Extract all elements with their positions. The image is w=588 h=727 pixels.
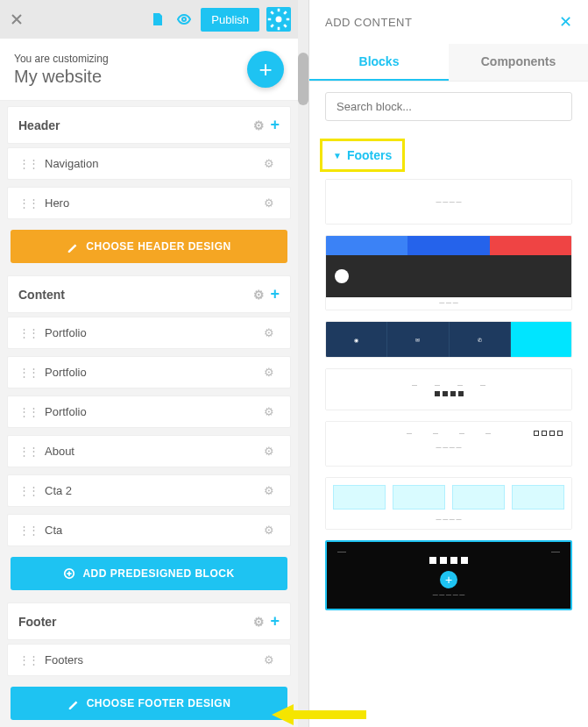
choose-footer-design-button[interactable]: CHOOSE FOOTER DESIGN [11,687,287,720]
gear-icon[interactable]: ⚙ [264,653,274,666]
block-item[interactable]: ⋮⋮Navigation⚙ [7,147,291,180]
close-icon[interactable] [7,10,26,29]
drag-handle-icon[interactable]: ⋮⋮ [18,524,38,537]
preview-eye-icon[interactable] [174,10,194,29]
footer-template-3[interactable]: ◉✉✆ [325,321,572,358]
tab-blocks[interactable]: Blocks [309,44,449,81]
section-title: Footer [18,615,57,629]
block-label: Footers [45,653,83,666]
drag-handle-icon[interactable]: ⋮⋮ [18,445,38,458]
customizer-header: You are customizing My website + [0,39,298,101]
svg-point-1 [276,17,282,23]
gear-icon[interactable]: ⚙ [264,196,274,210]
gear-icon[interactable]: ⚙ [264,484,274,497]
drag-handle-icon[interactable]: ⋮⋮ [18,484,38,497]
gear-icon[interactable]: ⚙ [264,524,274,537]
file-icon[interactable] [148,10,167,29]
drag-handle-icon[interactable]: ⋮⋮ [18,196,38,210]
drag-handle-icon[interactable]: ⋮⋮ [18,326,38,339]
button-label: ADD PREDESIGNED BLOCK [82,567,234,580]
gear-icon[interactable]: ⚙ [253,118,265,132]
block-item[interactable]: ⋮⋮Hero⚙ [7,187,291,219]
footer-template-7-selected[interactable]: ————+— — — — — [325,540,572,610]
gear-icon[interactable]: ⚙ [253,615,265,629]
block-label: Hero [45,196,69,210]
category-footers[interactable]: ▼Footers [320,139,405,172]
block-label: About [45,445,74,458]
section-header[interactable]: Header ⚙ + [8,107,290,143]
scrollbar[interactable] [298,0,308,727]
drag-handle-icon[interactable]: ⋮⋮ [18,366,38,379]
drag-handle-icon[interactable]: ⋮⋮ [18,653,38,666]
footer-template-2[interactable]: — — — [325,235,572,310]
gear-icon[interactable]: ⚙ [264,366,274,379]
publish-button[interactable]: Publish [201,8,259,32]
block-label: Portfolio [45,366,87,379]
choose-header-design-button[interactable]: CHOOSE HEADER DESIGN [11,230,287,263]
footer-template-4[interactable]: ———— [325,368,572,410]
svg-point-0 [182,18,186,21]
settings-gear-icon[interactable] [266,7,291,32]
block-label: Cta 2 [45,484,72,497]
category-label: Footers [347,148,392,162]
block-item[interactable]: ⋮⋮Cta 2⚙ [7,474,291,507]
gear-icon[interactable]: ⚙ [264,326,274,339]
search-input[interactable] [325,92,572,121]
block-label: Portfolio [45,326,87,339]
section-title: Header [18,118,60,132]
footer-thumbnails: — — — — — — — ◉✉✆ ———— ————— — — — — — —… [309,179,588,626]
section-content[interactable]: Content ⚙ + [8,276,290,312]
block-label: Navigation [45,157,98,170]
drag-handle-icon[interactable]: ⋮⋮ [18,157,38,170]
block-item[interactable]: ⋮⋮Portfolio⚙ [7,356,291,388]
gear-icon[interactable]: ⚙ [264,157,274,170]
add-icon[interactable]: + [270,285,280,303]
site-title: My website [14,67,238,87]
gear-icon[interactable]: ⚙ [264,405,274,418]
add-block-button[interactable]: + [247,51,284,88]
section-footer[interactable]: Footer ⚙ + [8,603,290,639]
customizing-label: You are customizing [14,53,238,65]
tab-components[interactable]: Components [449,44,588,81]
gear-icon[interactable]: ⚙ [264,445,274,458]
section-title: Content [18,288,65,302]
panel-header: ADD CONTENT ✕ [309,0,588,44]
scrollbar-thumb[interactable] [298,53,308,105]
footer-template-6[interactable]: — — — — [325,477,572,530]
block-item[interactable]: ⋮⋮Cta⚙ [7,514,291,546]
drag-handle-icon[interactable]: ⋮⋮ [18,405,38,418]
top-toolbar: Publish [0,0,298,39]
block-label: Portfolio [45,405,87,418]
caret-down-icon: ▼ [333,151,342,160]
add-icon[interactable]: + [270,116,280,134]
block-item[interactable]: ⋮⋮Footers⚙ [7,644,291,676]
close-panel-icon[interactable]: ✕ [559,12,573,32]
add-icon[interactable]: + [270,612,280,631]
block-item[interactable]: ⋮⋮Portfolio⚙ [7,317,291,349]
button-label: CHOOSE FOOTER DESIGN [87,697,231,709]
block-item[interactable]: ⋮⋮Portfolio⚙ [7,396,291,428]
block-item[interactable]: ⋮⋮About⚙ [7,435,291,467]
gear-icon[interactable]: ⚙ [253,288,265,302]
panel-title: ADD CONTENT [325,16,412,29]
block-label: Cta [45,524,62,537]
add-predesigned-block-button[interactable]: ADD PREDESIGNED BLOCK [11,557,287,590]
footer-template-1[interactable]: — — — — [325,179,572,225]
button-label: CHOOSE HEADER DESIGN [86,240,230,253]
tabs: Blocks Components [309,44,588,82]
footer-template-5[interactable]: ————— — — — [325,421,572,467]
